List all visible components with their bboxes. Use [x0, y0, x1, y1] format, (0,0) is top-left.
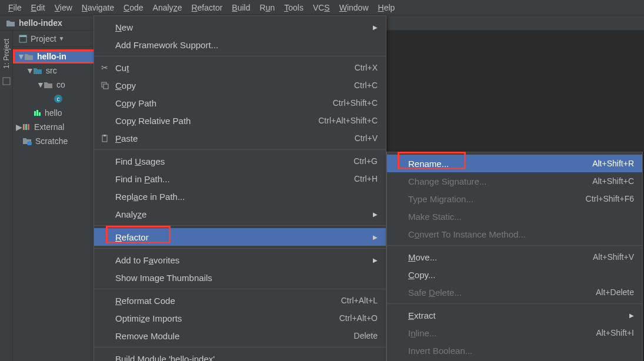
menu-refactor[interactable]: Refactor: [186, 2, 227, 14]
menu-separator: [94, 149, 386, 150]
menu-item-copy-relative-path[interactable]: Copy Relative PathCtrl+Alt+Shift+C: [94, 112, 386, 129]
tree-pkg-label: co: [56, 80, 65, 89]
menu-help[interactable]: Help: [373, 2, 400, 14]
context-menu: New▶ Add Framework Support... ✂ CutCtrl+…: [94, 15, 386, 361]
menu-item-move[interactable]: Move...Alt+Shift+V: [387, 248, 642, 266]
svg-rect-6: [36, 110, 38, 116]
menu-item-show-thumbnails[interactable]: Show Image Thumbnails: [94, 269, 386, 286]
menu-separator: [94, 347, 386, 347]
menu-item-cut[interactable]: ✂ CutCtrl+X: [94, 59, 386, 76]
menu-item-copy-path[interactable]: Copy PathCtrl+Shift+C: [94, 94, 386, 112]
menu-item-refactor[interactable]: Refactor▶: [94, 228, 386, 246]
menu-item-change-signature: Change Signature...Alt+Shift+C: [387, 172, 642, 190]
menu-item-find-usages[interactable]: Find UsagesCtrl+G: [94, 152, 386, 170]
menu-view[interactable]: View: [50, 2, 77, 14]
menu-run[interactable]: Run: [255, 2, 280, 14]
menu-item-find-in-path[interactable]: Find in Path...Ctrl+H: [94, 170, 386, 188]
menu-vcs[interactable]: VCS: [308, 2, 335, 14]
menu-item-copy-refactor[interactable]: Copy...: [387, 266, 642, 283]
folder-icon: [24, 53, 34, 61]
tree-ext-label: External: [34, 122, 64, 132]
project-view-icon: [19, 35, 27, 43]
chevron-right-icon: ▶: [15, 122, 22, 132]
menu-item-copy[interactable]: CopyCtrl+C: [94, 76, 386, 94]
menu-item-rename[interactable]: Rename...Alt+Shift+R: [387, 155, 642, 172]
project-panel-title: Project: [31, 34, 56, 44]
menu-item-invert-boolean: Invert Boolean...: [387, 342, 642, 359]
menu-separator: [387, 303, 642, 304]
module-icon: [33, 109, 41, 117]
copy-icon: [99, 81, 111, 89]
refactor-submenu: Rename...Alt+Shift+R Change Signature...…: [386, 152, 643, 361]
svg-rect-13: [104, 84, 108, 89]
svg-rect-8: [23, 124, 25, 130]
menu-item-replace-in-path[interactable]: Replace in Path...: [94, 188, 386, 205]
menu-item-extract[interactable]: Extract▶: [387, 306, 642, 324]
menu-separator: [94, 56, 386, 56]
tool-stripe: 1: Project: [0, 31, 13, 361]
class-icon: c: [54, 95, 62, 103]
menu-item-new[interactable]: New▶: [94, 18, 386, 36]
menu-item-type-migration: Type Migration...Ctrl+Shift+F6: [387, 190, 642, 208]
menu-window[interactable]: Window: [335, 2, 373, 14]
svg-text:c: c: [57, 96, 60, 102]
menu-separator: [94, 225, 386, 226]
chevron-right-icon: ▶: [629, 312, 634, 319]
menu-navigate[interactable]: Navigate: [77, 2, 119, 14]
menu-code[interactable]: Code: [119, 2, 148, 14]
menu-tools[interactable]: Tools: [279, 2, 308, 14]
menu-separator: [94, 289, 386, 289]
structure-icon[interactable]: [2, 77, 11, 85]
chevron-down-icon[interactable]: ▼: [59, 35, 65, 42]
paste-icon: [99, 134, 111, 142]
svg-rect-2: [19, 35, 26, 37]
menu-item-optimize-imports[interactable]: Optimize ImportsCtrl+Alt+O: [94, 309, 386, 327]
breadcrumb-project[interactable]: hello-index: [19, 18, 62, 28]
chevron-down-icon: ▼: [26, 66, 33, 75]
chevron-down-icon: ▼: [17, 52, 24, 61]
svg-rect-5: [34, 111, 36, 116]
menu-item-make-static: Make Static...: [387, 208, 642, 225]
menu-separator: [387, 245, 642, 246]
menubar: File Edit View Navigate Code Analyze Ref…: [0, 0, 644, 15]
menu-item-paste[interactable]: PasteCtrl+V: [94, 129, 386, 147]
menu-build[interactable]: Build: [227, 2, 255, 14]
tool-tab-project[interactable]: 1: Project: [1, 34, 12, 73]
menu-file[interactable]: File: [4, 2, 26, 14]
source-folder-icon: [33, 67, 42, 75]
tree-scratch-label: Scratche: [35, 136, 68, 146]
menu-item-inline: Inline...Alt+Shift+I: [387, 324, 642, 342]
cut-icon: ✂: [99, 63, 111, 72]
svg-rect-15: [104, 135, 106, 136]
svg-rect-9: [25, 124, 27, 130]
svg-rect-7: [39, 112, 41, 116]
tree-root-label: hello-in: [37, 52, 66, 61]
library-icon: [22, 123, 31, 131]
menu-item-safe-delete: Safe Delete...Alt+Delete: [387, 283, 642, 301]
scratch-icon: [22, 137, 32, 145]
chevron-right-icon: ▶: [373, 234, 378, 240]
chevron-right-icon: ▶: [373, 24, 378, 31]
menu-item-remove-module[interactable]: Remove ModuleDelete: [94, 327, 386, 345]
chevron-right-icon: ▶: [373, 211, 378, 218]
tree-iml-label: hello: [45, 108, 62, 118]
folder-icon: [6, 19, 15, 27]
menu-item-add-framework[interactable]: Add Framework Support...: [94, 36, 386, 54]
menu-item-build-module[interactable]: Build Module 'hello-index': [94, 350, 386, 361]
package-icon: [44, 81, 53, 89]
menu-item-add-favorites[interactable]: Add to Favorites▶: [94, 251, 386, 269]
menu-separator: [94, 248, 386, 249]
svg-rect-0: [3, 78, 10, 85]
menu-item-analyze[interactable]: Analyze▶: [94, 205, 386, 223]
tree-src-label: src: [46, 66, 57, 75]
chevron-down-icon: ▼: [36, 80, 44, 89]
menu-item-reformat-code[interactable]: Reformat CodeCtrl+Alt+L: [94, 292, 386, 309]
chevron-right-icon: ▶: [373, 257, 378, 263]
menu-analyze[interactable]: Analyze: [148, 2, 187, 14]
svg-rect-10: [28, 124, 29, 130]
menu-item-convert-instance: Convert To Instance Method...: [387, 225, 642, 243]
menu-edit[interactable]: Edit: [26, 2, 50, 14]
